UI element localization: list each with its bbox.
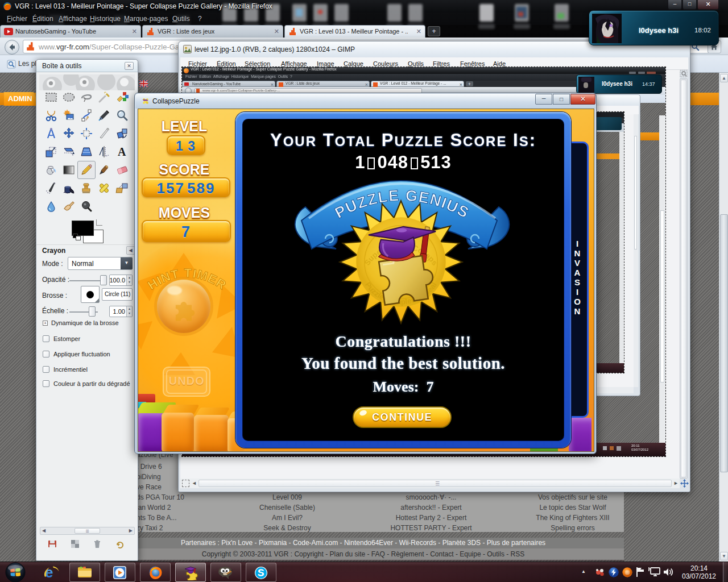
svg-text:A: A bbox=[118, 146, 126, 158]
